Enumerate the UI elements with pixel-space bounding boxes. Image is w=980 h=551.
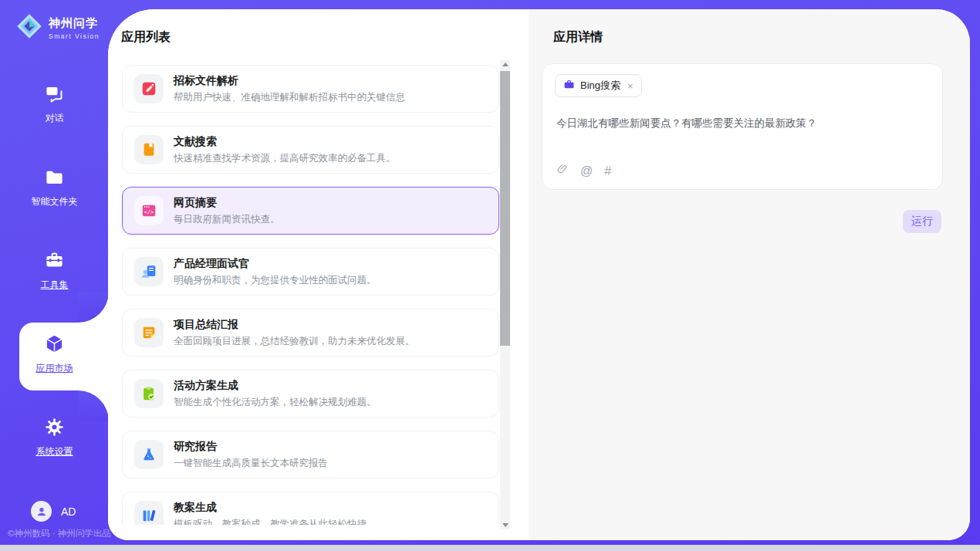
prompt-editor-card[interactable]: Bing搜索 × 今日湖北有哪些新闻要点？有哪些需要关注的最新政策？ @ # (542, 63, 943, 190)
app-desc: 一键智能生成高质量长文本研究报告 (174, 457, 328, 470)
app-desc: 帮助用户快速、准确地理解和解析招标书中的关键信息 (174, 91, 405, 104)
mention-at-icon[interactable]: @ (580, 164, 593, 178)
folder-icon (44, 167, 65, 191)
app-name: 产品经理面试官 (174, 257, 377, 271)
app-name: 活动方案生成 (174, 379, 377, 393)
scrollbar[interactable] (500, 60, 510, 529)
app-name: 研究报告 (174, 440, 328, 454)
copyright-text: ©神州数码 · 神州问学出品 (8, 528, 109, 539)
interviewer-icon (134, 257, 164, 286)
pen-square-icon (134, 74, 164, 103)
books-icon (134, 501, 164, 525)
gear-icon (44, 417, 65, 441)
user-account[interactable]: AD (31, 501, 76, 522)
app-list-title: 应用列表 (121, 29, 171, 46)
sidebar-item-app-market[interactable]: 应用市场 (0, 333, 109, 383)
app-detail-panel: 应用详情 Bing搜索 × 今日湖北有哪些新闻要点？有哪些需要关注的最新政策？ (529, 9, 970, 540)
app-name: 教案生成 (174, 501, 367, 515)
toolbox-icon (44, 250, 65, 274)
chat-icon (44, 83, 65, 107)
tool-chip-bing-search[interactable]: Bing搜索 × (555, 74, 642, 97)
app-desc: 明确身份和职责，为您提供专业性的面试问题。 (174, 274, 377, 287)
hash-icon[interactable]: # (604, 164, 611, 178)
sidebar-item-label: 工具集 (41, 279, 69, 292)
bottom-edge-strip (0, 545, 980, 551)
brand-logo: 神州问学 Smart Vision (15, 12, 100, 43)
user-name: AD (61, 505, 76, 518)
book-icon (134, 135, 164, 164)
sidebar-item-label: 对话 (46, 112, 64, 125)
scroll-down-arrow-icon[interactable] (500, 521, 510, 529)
app-name: 项目总结汇报 (174, 318, 415, 332)
input-tools-row: @ # (556, 163, 611, 179)
app-desc: 模板驱动，教案秒成，教学准备从此轻松快捷 (174, 518, 367, 526)
app-name: 网页摘要 (174, 196, 280, 210)
app-card-pm-interviewer[interactable]: 产品经理面试官 明确身份和职责，为您提供专业性的面试问题。 (122, 248, 499, 296)
briefcase-icon (563, 79, 575, 93)
app-detail-title: 应用详情 (553, 29, 603, 46)
sidebar: 神州问学 Smart Vision 对话 (0, 0, 109, 551)
sidebar-item-chat[interactable]: 对话 (0, 83, 109, 133)
app-card-event-plan[interactable]: 活动方案生成 智能生成个性化活动方案，轻松解决规划难题。 (122, 370, 499, 417)
research-icon (134, 440, 164, 469)
app-desc: 快速精准查找学术资源，提高研究效率的必备工具。 (174, 152, 396, 165)
app-desc: 智能生成个性化活动方案，轻松解决规划难题。 (174, 396, 377, 409)
app-name: 招标文件解析 (174, 74, 405, 88)
main-content: 应用列表 招标文件解析 帮助用户快速、准确地理解和解析招标书中的关键信息 (108, 9, 970, 540)
app-card-list: 招标文件解析 帮助用户快速、准确地理解和解析招标书中的关键信息 文献搜索 快速精… (122, 63, 499, 525)
scrollbar-thumb[interactable] (500, 71, 510, 346)
sidebar-item-settings[interactable]: 系统设置 (0, 417, 109, 466)
app-window: 神州问学 Smart Vision 对话 (0, 0, 980, 551)
memo-icon (134, 318, 164, 347)
sidebar-item-label: 应用市场 (36, 362, 73, 375)
app-card-bid-parse[interactable]: 招标文件解析 帮助用户快速、准确地理解和解析招标书中的关键信息 (122, 65, 499, 113)
app-card-project-summary[interactable]: 项目总结汇报 全面回顾项目进展，总结经验教训，助力未来优化发展。 (122, 309, 499, 357)
app-card-research-report[interactable]: 研究报告 一键智能生成高质量长文本研究报告 (122, 431, 499, 478)
sidebar-item-label: 智能文件夹 (32, 195, 78, 208)
app-card-web-summary[interactable]: </> 网页摘要 每日政府新闻资讯快查。 (122, 187, 499, 235)
diamond-logo-icon (15, 12, 43, 43)
brand-name: 神州问学 (49, 16, 100, 31)
app-list-panel: 应用列表 招标文件解析 帮助用户快速、准确地理解和解析招标书中的关键信息 (108, 9, 529, 540)
sidebar-item-smart-folders[interactable]: 智能文件夹 (0, 167, 109, 216)
paperclip-icon[interactable] (556, 163, 569, 179)
tool-chip-label: Bing搜索 (580, 79, 620, 93)
sidebar-item-label: 系统设置 (36, 445, 73, 458)
prompt-text[interactable]: 今日湖北有哪些新闻要点？有哪些需要关注的最新政策？ (556, 117, 927, 130)
sidebar-item-toolset[interactable]: 工具集 (0, 250, 109, 299)
browser-code-icon: </> (134, 196, 164, 225)
app-card-lesson-plan[interactable]: 教案生成 模板驱动，教案秒成，教学准备从此轻松快捷 (122, 492, 499, 525)
app-desc: 全面回顾项目进展，总结经验教训，助力未来优化发展。 (174, 335, 415, 348)
brand-subtitle: Smart Vision (49, 32, 100, 40)
run-button[interactable]: 运行 (903, 210, 941, 233)
svg-text:</>: </> (144, 209, 154, 215)
cube-icon (44, 333, 65, 357)
avatar (31, 501, 52, 522)
scroll-up-arrow-icon[interactable] (500, 60, 510, 69)
app-card-literature-search[interactable]: 文献搜索 快速精准查找学术资源，提高研究效率的必备工具。 (122, 126, 499, 174)
app-name: 文献搜索 (174, 135, 396, 149)
app-desc: 每日政府新闻资讯快查。 (174, 213, 280, 226)
clipboard-check-icon (134, 379, 164, 408)
chip-close-icon[interactable]: × (627, 81, 634, 91)
